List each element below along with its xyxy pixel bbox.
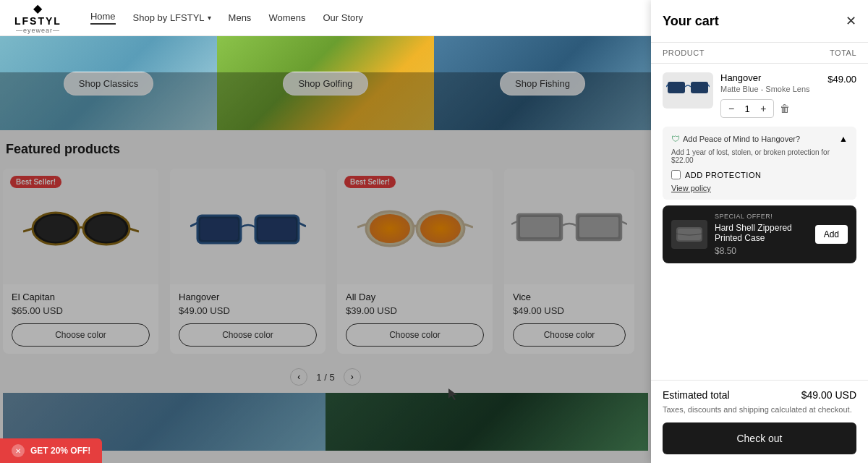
logo-diamond: ◆ xyxy=(33,1,42,15)
cart-panel: Your cart ✕ PRODUCT TOTAL Hangover Matte… xyxy=(651,0,868,463)
column-product: PRODUCT xyxy=(663,48,705,57)
cart-overlay xyxy=(0,72,651,463)
shield-icon: 🛡 xyxy=(671,134,680,144)
checkout-button[interactable]: Check out xyxy=(663,422,856,454)
estimated-total-row: Estimated total $49.00 USD xyxy=(663,389,856,401)
protection-checkbox-row: ADD PROTECTION xyxy=(671,170,848,179)
chevron-down-icon: ▾ xyxy=(208,14,211,22)
cart-item-name: Hangover xyxy=(720,72,820,83)
quantity-value: 1 xyxy=(741,103,753,114)
delete-item-button[interactable]: 🗑 xyxy=(780,103,790,114)
column-total: TOTAL xyxy=(830,48,856,57)
main-nav: Home Shop by LFSTYL ▾ Mens Womens Our St… xyxy=(90,11,363,25)
svg-rect-24 xyxy=(668,82,685,93)
cart-item-image xyxy=(663,72,713,109)
protection-description: Add 1 year of lost, stolen, or broken pr… xyxy=(671,148,848,164)
estimated-total-label: Estimated total xyxy=(663,389,730,401)
cursor xyxy=(448,388,457,397)
cart-body: Hangover Matte Blue - Smoke Lens − 1 + 🗑… xyxy=(651,64,868,380)
cart-item-sunglasses-image xyxy=(666,76,710,105)
offer-badge: SPECIAL OFFER! xyxy=(715,213,808,220)
offer-price: $8.50 xyxy=(715,246,808,256)
nav-shop-lfstyl[interactable]: Shop by LFSTYL ▾ xyxy=(133,12,211,23)
special-offer-section: SPECIAL OFFER! Hard Shell Zippered Print… xyxy=(663,205,856,263)
cart-item: Hangover Matte Blue - Smoke Lens − 1 + 🗑… xyxy=(663,72,856,118)
discount-close-button[interactable]: ✕ xyxy=(12,444,25,457)
logo-title: LFSTYL xyxy=(14,15,61,27)
logo[interactable]: ◆ LFSTYL —eyewear— xyxy=(14,1,61,34)
svg-line-26 xyxy=(666,85,668,87)
tax-note: Taxes, discounts and shipping calculated… xyxy=(663,405,856,414)
protection-section: 🛡 Add Peace of Mind to Hangover? ▲ Add 1… xyxy=(663,127,856,200)
nav-womens[interactable]: Womens xyxy=(268,12,305,23)
logo-subtitle: —eyewear— xyxy=(16,27,60,34)
protection-title: 🛡 Add Peace of Mind to Hangover? xyxy=(671,134,800,144)
discount-banner: ✕ GET 20% OFF! xyxy=(0,438,102,463)
cart-title: Your cart xyxy=(663,14,719,29)
svg-rect-25 xyxy=(691,82,708,93)
cart-close-button[interactable]: ✕ xyxy=(846,13,856,29)
offer-case-image xyxy=(675,224,704,245)
offer-image xyxy=(671,220,707,249)
view-policy-link[interactable]: View policy xyxy=(671,184,848,192)
offer-details: SPECIAL OFFER! Hard Shell Zippered Print… xyxy=(715,213,808,256)
quantity-controls: − 1 + xyxy=(720,99,774,118)
nav-mens[interactable]: Mens xyxy=(229,12,252,23)
quantity-increase-button[interactable]: + xyxy=(759,103,767,114)
offer-name: Hard Shell Zippered Printed Case xyxy=(715,223,808,243)
cart-footer: Estimated total $49.00 USD Taxes, discou… xyxy=(651,380,868,463)
protection-collapse-icon[interactable]: ▲ xyxy=(839,134,848,144)
protection-checkbox[interactable] xyxy=(671,170,681,179)
offer-add-button[interactable]: Add xyxy=(815,225,848,244)
nav-home[interactable]: Home xyxy=(90,11,116,25)
nav-our-story[interactable]: Our Story xyxy=(323,12,363,23)
estimated-total-value: $49.00 USD xyxy=(801,389,856,401)
cart-item-details: Hangover Matte Blue - Smoke Lens − 1 + 🗑 xyxy=(720,72,820,118)
quantity-decrease-button[interactable]: − xyxy=(727,103,736,114)
svg-line-27 xyxy=(708,85,710,87)
cart-item-price: $49.00 xyxy=(827,74,856,85)
cart-columns: PRODUCT TOTAL xyxy=(651,43,868,64)
protection-label: ADD PROTECTION xyxy=(685,171,761,179)
cart-item-variant: Matte Blue - Smoke Lens xyxy=(720,85,820,93)
discount-label: GET 20% OFF! xyxy=(30,446,90,456)
protection-header: 🛡 Add Peace of Mind to Hangover? ▲ xyxy=(671,134,848,144)
cart-header: Your cart ✕ xyxy=(651,0,868,43)
